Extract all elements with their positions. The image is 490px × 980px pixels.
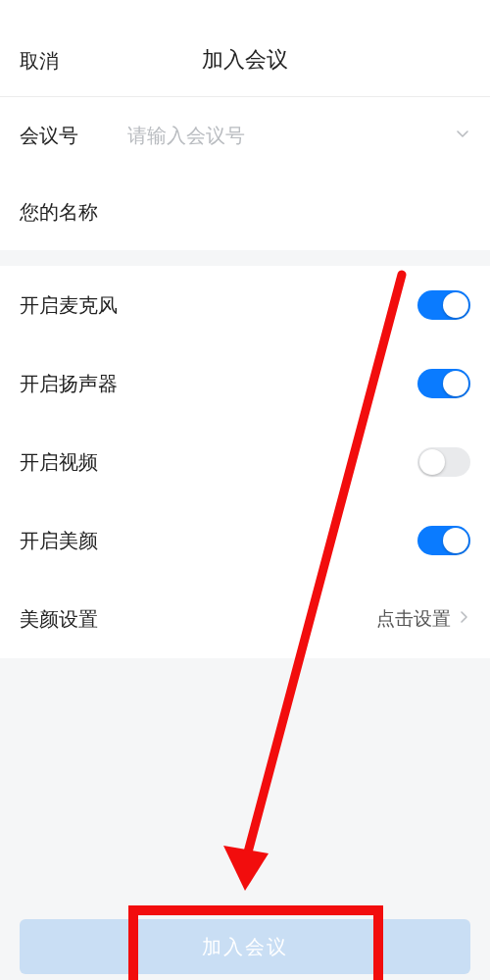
name-label: 您的名称 — [20, 199, 127, 226]
meeting-id-row: 会议号 — [0, 97, 490, 174]
mic-row: 开启麦克风 — [0, 266, 490, 344]
speaker-row: 开启扬声器 — [0, 344, 490, 423]
meeting-form: 会议号 您的名称 — [0, 97, 490, 250]
page-title: 加入会议 — [0, 45, 490, 75]
meeting-id-input[interactable] — [127, 125, 455, 147]
speaker-label: 开启扬声器 — [20, 371, 118, 397]
video-label: 开启视频 — [20, 449, 98, 476]
beauty-settings-label: 美颜设置 — [20, 606, 98, 633]
name-row: 您的名称 — [0, 174, 490, 250]
chevron-right-icon — [457, 610, 470, 628]
chevron-down-icon[interactable] — [455, 126, 470, 145]
beauty-toggle[interactable] — [417, 526, 470, 555]
video-toggle[interactable] — [417, 447, 470, 477]
video-row: 开启视频 — [0, 423, 490, 501]
beauty-settings-action: 点击设置 — [376, 606, 451, 632]
mic-label: 开启麦克风 — [20, 292, 118, 319]
mic-toggle[interactable] — [417, 290, 470, 320]
join-meeting-button[interactable]: 加入会议 — [20, 919, 470, 974]
cancel-button[interactable]: 取消 — [20, 48, 59, 75]
beauty-label: 开启美颜 — [20, 528, 98, 554]
speaker-toggle[interactable] — [417, 369, 470, 398]
section-gap — [0, 250, 490, 266]
meeting-id-label: 会议号 — [20, 123, 127, 149]
beauty-settings-row[interactable]: 美颜设置 点击设置 — [0, 580, 490, 658]
settings-list: 开启麦克风 开启扬声器 开启视频 开启美颜 美颜设置 点击设置 — [0, 266, 490, 658]
svg-marker-1 — [223, 846, 269, 891]
beauty-row: 开启美颜 — [0, 501, 490, 580]
